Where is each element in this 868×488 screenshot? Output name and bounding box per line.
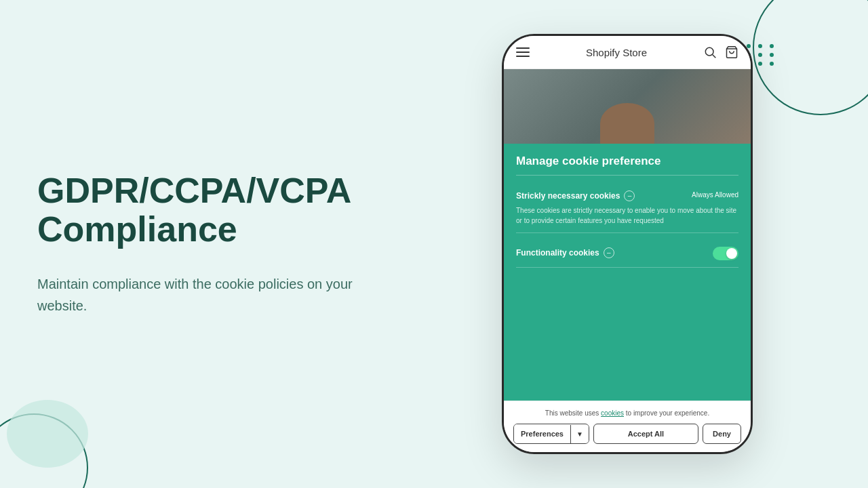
phone-mockup: Shopify Store bbox=[502, 34, 753, 454]
functionality-toggle[interactable] bbox=[713, 247, 738, 260]
cookie-notice-text: This website uses cookies to improve you… bbox=[513, 409, 741, 417]
main-heading: GDPR/CCPA/VCPA Compliance bbox=[37, 171, 397, 249]
hero-shape bbox=[600, 103, 654, 144]
toggle-knob bbox=[726, 248, 737, 259]
hero-image bbox=[504, 69, 751, 144]
cookie-bottom-bar: This website uses cookies to improve you… bbox=[504, 401, 751, 452]
functionality-cookies-name: Functionality cookies bbox=[516, 248, 599, 258]
decorative-blob-left bbox=[7, 400, 88, 468]
svg-point-0 bbox=[705, 47, 713, 56]
cookie-panel-title: Manage cookie preference bbox=[516, 155, 738, 176]
bottom-buttons: Preferences ▼ Accept All Deny bbox=[513, 424, 741, 444]
functionality-cookies-left: Functionality cookies bbox=[516, 247, 614, 258]
preferences-button-text: Preferences bbox=[514, 424, 570, 443]
left-section: GDPR/CCPA/VCPA Compliance Maintain compl… bbox=[37, 171, 397, 317]
sub-text: Maintain compliance with the cookie poli… bbox=[37, 273, 397, 317]
cookie-panel: Manage cookie preference Strickly necess… bbox=[504, 144, 751, 401]
necessary-cookies-left: Strickly necessary cookies bbox=[516, 190, 635, 201]
phone-content: Shopify Store bbox=[504, 36, 751, 452]
functionality-cookies-section: Functionality cookies bbox=[516, 239, 738, 268]
topbar-icons bbox=[703, 45, 738, 59]
necessary-cookies-description: These cookies are strictly necessary to … bbox=[516, 205, 738, 226]
functionality-cookies-minus-icon[interactable] bbox=[604, 247, 614, 258]
always-allowed-badge: Always Allowed bbox=[692, 190, 738, 199]
cart-icon[interactable] bbox=[725, 45, 738, 59]
necessary-cookies-minus-icon[interactable] bbox=[624, 190, 635, 201]
necessary-cookies-section: Strickly necessary cookies Always Allowe… bbox=[516, 184, 738, 233]
necessary-cookies-name: Strickly necessary cookies bbox=[516, 191, 620, 201]
preferences-button-group[interactable]: Preferences ▼ bbox=[513, 424, 589, 444]
necessary-cookies-header: Strickly necessary cookies Always Allowe… bbox=[516, 190, 738, 201]
accept-all-button[interactable]: Accept All bbox=[593, 424, 698, 444]
functionality-cookies-header: Functionality cookies bbox=[516, 245, 738, 260]
preferences-arrow-button[interactable]: ▼ bbox=[570, 425, 589, 443]
phone-frame: Shopify Store bbox=[502, 34, 753, 454]
hamburger-icon[interactable] bbox=[516, 47, 530, 57]
svg-line-1 bbox=[713, 55, 716, 58]
store-title: Shopify Store bbox=[586, 47, 647, 58]
search-icon[interactable] bbox=[703, 45, 717, 59]
phone-topbar: Shopify Store bbox=[504, 36, 751, 69]
cookies-link[interactable]: cookies bbox=[601, 409, 624, 417]
deny-button[interactable]: Deny bbox=[703, 424, 741, 444]
